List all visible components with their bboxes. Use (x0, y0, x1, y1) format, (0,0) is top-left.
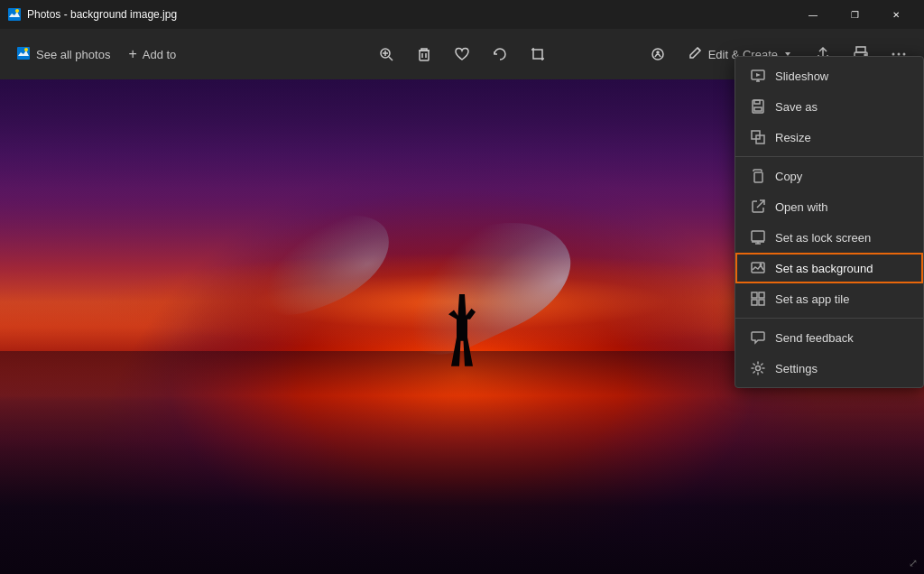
delete-button[interactable] (406, 36, 442, 72)
menu-divider-1 (735, 156, 923, 157)
add-to-button[interactable]: + Add to (119, 41, 185, 68)
lock-screen-icon (750, 229, 766, 245)
save-as-icon (750, 98, 766, 115)
svg-rect-41 (759, 300, 764, 305)
menu-item-set-app-tile[interactable]: Set as app tile (735, 283, 923, 314)
crop-button[interactable] (520, 36, 556, 72)
resize-handle[interactable]: ⤢ (906, 556, 920, 570)
svg-rect-32 (752, 231, 764, 241)
photos-icon (16, 46, 31, 63)
feedback-icon (750, 329, 766, 346)
menu-item-copy[interactable]: Copy (735, 161, 923, 191)
menu-item-resize[interactable]: Resize (735, 122, 923, 153)
svg-rect-40 (752, 300, 757, 305)
menu-item-save-as[interactable]: Save as (735, 91, 923, 122)
rotate-button[interactable] (482, 36, 518, 72)
save-as-label: Save as (775, 100, 818, 114)
maximize-button[interactable]: ❐ (834, 0, 875, 29)
set-app-tile-label: Set as app tile (775, 292, 849, 306)
toolbar-left: See all photos + Add to (7, 41, 185, 69)
resize-icon (750, 129, 766, 145)
minimize-button[interactable]: — (792, 0, 834, 29)
menu-item-set-background[interactable]: Set as background (735, 253, 923, 283)
context-menu: Slideshow Save as Resize Copy (735, 56, 924, 388)
svg-line-5 (389, 57, 393, 60)
svg-line-31 (757, 200, 764, 208)
copy-label: Copy (775, 170, 802, 183)
menu-item-slideshow[interactable]: Slideshow (735, 60, 923, 91)
menu-item-open-with[interactable]: Open with (735, 191, 923, 222)
menu-item-settings[interactable]: Settings (735, 353, 923, 384)
svg-rect-30 (754, 172, 762, 182)
menu-item-set-lock-screen[interactable]: Set as lock screen (735, 222, 923, 253)
svg-rect-27 (754, 107, 762, 111)
settings-icon (750, 360, 766, 376)
svg-rect-38 (752, 292, 757, 298)
toolbar-center (368, 36, 556, 72)
title-bar-left: Photos - background image.jpg (7, 7, 177, 22)
see-all-photos-button[interactable]: See all photos (7, 41, 119, 69)
window-title: Photos - background image.jpg (27, 8, 177, 21)
add-to-label: Add to (143, 48, 177, 61)
set-background-icon (750, 260, 766, 276)
favorite-button[interactable] (444, 36, 480, 72)
svg-rect-26 (754, 100, 760, 104)
settings-label: Settings (775, 362, 818, 375)
zoom-in-button[interactable] (368, 36, 404, 72)
svg-rect-2 (17, 47, 30, 60)
add-icon: + (128, 46, 136, 62)
window-controls: — ❐ ✕ (792, 0, 917, 29)
menu-divider-2 (735, 318, 923, 319)
menu-item-send-feedback[interactable]: Send feedback (735, 322, 923, 353)
svg-rect-14 (856, 47, 865, 52)
slideshow-icon (750, 68, 766, 84)
svg-rect-0 (8, 8, 21, 21)
set-lock-screen-label: Set as lock screen (775, 231, 871, 245)
svg-line-13 (698, 48, 700, 51)
send-feedback-label: Send feedback (775, 331, 854, 345)
copy-icon (750, 168, 766, 184)
svg-marker-24 (756, 73, 761, 77)
app-icon (7, 7, 22, 22)
app-tile-icon (750, 291, 766, 307)
close-button[interactable]: ✕ (875, 0, 917, 29)
title-bar: Photos - background image.jpg — ❐ ✕ (0, 0, 924, 29)
see-all-photos-label: See all photos (36, 48, 110, 61)
open-with-label: Open with (775, 200, 828, 214)
svg-point-42 (756, 366, 761, 371)
svg-rect-8 (420, 51, 429, 60)
open-with-icon (750, 199, 766, 215)
slideshow-label: Slideshow (775, 69, 828, 83)
set-background-label: Set as background (775, 262, 873, 275)
svg-point-37 (760, 264, 762, 266)
enhance-button[interactable] (640, 36, 676, 72)
svg-rect-39 (759, 292, 764, 298)
svg-point-12 (657, 51, 659, 53)
svg-point-3 (24, 48, 28, 51)
resize-label: Resize (775, 131, 811, 144)
svg-point-1 (15, 9, 19, 13)
